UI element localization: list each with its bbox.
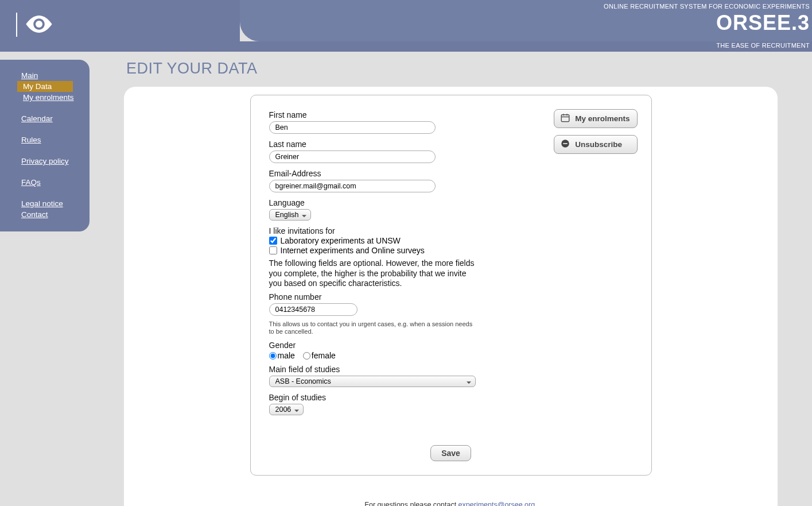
save-button[interactable]: Save — [430, 445, 471, 461]
sidebar-item-rules[interactable]: Rules — [0, 134, 90, 145]
sidebar-item-legal[interactable]: Legal notice — [0, 198, 90, 209]
studies-select[interactable]: ASB - Economics — [269, 376, 476, 387]
begin-label: Begin of studies — [269, 393, 633, 402]
subheader: THE EASE OF RECRUITMENT — [0, 41, 812, 52]
sidebar-item-my-enrolments[interactable]: My enrolments — [0, 92, 90, 103]
eye-icon — [25, 15, 53, 35]
footer-contact-email[interactable]: experiments@orsee.org — [459, 501, 535, 506]
form-panel: My enrolments Unsubscribe First name Las… — [250, 95, 652, 476]
phone-input[interactable] — [269, 303, 358, 316]
logo — [16, 13, 53, 37]
first-name-input[interactable] — [269, 121, 436, 134]
sidebar: Main My Data My enrolments Calendar Rule… — [0, 60, 90, 231]
sidebar-item-contact[interactable]: Contact — [0, 209, 90, 220]
svg-rect-2 — [563, 143, 568, 144]
logo-divider — [16, 13, 17, 37]
footer-contact: For questions please contact experiments… — [124, 501, 778, 506]
phone-help-text: This allows us to contact you in urgent … — [269, 320, 476, 337]
email-label: Email-Address — [269, 169, 633, 178]
page-title: EDIT YOUR DATA — [124, 52, 778, 87]
sidebar-item-main[interactable]: Main — [0, 70, 90, 81]
content-card: My enrolments Unsubscribe First name Las… — [124, 87, 778, 506]
gender-female-radio[interactable] — [303, 352, 310, 360]
phone-label: Phone number — [269, 292, 633, 302]
invitation-lab-label: Laboratory experiments at UNSW — [281, 236, 401, 245]
header-right: ONLINE RECRUITMENT SYSTEM FOR ECONOMIC E… — [240, 0, 812, 41]
unsubscribe-button[interactable]: Unsubscribe — [554, 135, 637, 154]
studies-label: Main field of studies — [269, 365, 633, 374]
header-left — [0, 0, 240, 41]
invitation-lab-checkbox[interactable] — [269, 237, 277, 245]
language-label: Language — [269, 198, 633, 207]
my-enrolments-button-label: My enrolments — [575, 114, 630, 123]
header: ONLINE RECRUITMENT SYSTEM FOR ECONOMIC E… — [0, 0, 812, 41]
invitation-internet-label: Internet experiments and Online surveys — [281, 246, 425, 255]
language-select[interactable]: English — [269, 209, 311, 221]
my-enrolments-button[interactable]: My enrolments — [554, 109, 637, 128]
gender-female-label: female — [312, 351, 336, 360]
unsubscribe-button-label: Unsubscribe — [575, 140, 622, 149]
svg-rect-0 — [561, 115, 569, 122]
invitations-label: I like invitations for — [269, 226, 633, 235]
sidebar-item-calendar[interactable]: Calendar — [0, 113, 90, 124]
sidebar-item-privacy[interactable]: Privacy policy — [0, 156, 90, 167]
calendar-icon — [560, 113, 570, 125]
minus-circle-icon — [560, 138, 570, 150]
brand-name: ORSEE.3 — [716, 11, 810, 35]
begin-select[interactable]: 2006 — [269, 404, 304, 415]
footer-contact-text: For questions please contact — [364, 501, 458, 506]
gender-male-radio[interactable] — [269, 352, 277, 360]
optional-fields-note: The following fields are optional. Howev… — [269, 258, 476, 289]
gender-female-option[interactable]: female — [303, 351, 336, 360]
subheader-tagline: THE EASE OF RECRUITMENT — [716, 42, 810, 49]
gender-label: Gender — [269, 341, 633, 350]
gender-male-option[interactable]: male — [269, 351, 295, 360]
gender-male-label: male — [278, 351, 295, 360]
sidebar-item-faqs[interactable]: FAQs — [0, 177, 90, 188]
invitation-internet-checkbox[interactable] — [269, 246, 277, 254]
system-tagline: ONLINE RECRUITMENT SYSTEM FOR ECONOMIC E… — [604, 3, 810, 10]
email-input[interactable] — [269, 180, 436, 192]
sidebar-item-my-data[interactable]: My Data — [17, 81, 73, 92]
last-name-input[interactable] — [269, 150, 436, 163]
